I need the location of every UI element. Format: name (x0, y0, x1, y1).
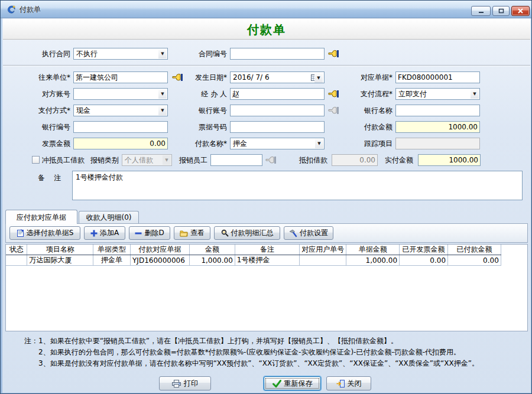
cell-project-name: 万达国际大厦 (27, 255, 93, 266)
minus-icon (135, 230, 142, 237)
cell-amount: 1,000.00 (189, 255, 235, 266)
invoice-amount-input[interactable] (73, 138, 168, 149)
chevron-down-icon: ▼ (158, 106, 167, 115)
maximize-icon (498, 8, 504, 14)
view-button[interactable]: 查看 (174, 226, 210, 240)
select-payment-doc-button[interactable]: 选择付款单据S (9, 226, 80, 240)
col-amount: 金额 (189, 245, 235, 255)
doc-no-input[interactable] (395, 71, 480, 83)
track-project-label: 跟踪项目 (346, 138, 392, 149)
deduct-loan-input (332, 154, 378, 166)
cell-doc-amount: 1,000.00 (346, 255, 400, 266)
save-button[interactable]: 重新保存 (264, 376, 321, 390)
cell-doc-type: 押金单 (93, 255, 131, 266)
plus-icon (90, 230, 98, 237)
pay-flow-combo[interactable]: 立即支付 ▼ (395, 88, 480, 100)
minimize-button[interactable] (471, 6, 491, 16)
hammer-icon (289, 229, 297, 237)
pay-name-combo[interactable]: 押金 ▼ (230, 138, 325, 149)
remark-label: 备 注 (38, 172, 74, 184)
bank-account-input[interactable] (230, 105, 325, 116)
execute-contract-value: 不执行 (76, 50, 98, 58)
print-label: 打印 (184, 379, 198, 389)
date-field[interactable]: 2016/ 7/ 6 ▼ (230, 71, 325, 83)
partner-label: 往来单位* (24, 71, 70, 83)
tab-payable-documents[interactable]: 应付款对应单据 (5, 210, 77, 224)
tab-payee-details[interactable]: 收款人明细(0) (79, 211, 139, 224)
pay-method-combo[interactable]: 现金 ▼ (73, 105, 168, 116)
contract-no-input[interactable] (230, 48, 325, 60)
print-button[interactable]: 打印 (159, 376, 211, 390)
toolbar: 选择付款单据S 添加A 删除D 查看 付款明细汇总 付款设置 (5, 223, 528, 243)
col-pay-doc: 付款对应单据 (131, 245, 190, 255)
bank-name-input[interactable] (395, 105, 480, 116)
partner-input[interactable] (73, 71, 168, 83)
counter-account-combo[interactable]: ▼ (73, 88, 168, 100)
bank-account-picker-hand-icon (327, 105, 340, 116)
payment-window: 付款单 付款单 执行合同 不执行 ▼ 合同编号 往来单位* 发生日期* 2016… (0, 0, 532, 394)
close-icon (518, 8, 523, 14)
close-form-label: 关闭 (348, 379, 362, 389)
bill-no-input[interactable] (230, 121, 325, 133)
pay-method-value: 现金 (76, 106, 90, 115)
pay-method-label: 支付方式* (24, 105, 70, 116)
bill-no-label: 票据号码 (181, 121, 227, 133)
reimburse-staff-input[interactable] (210, 154, 262, 166)
cell-pay-doc: YJD160000006 (131, 255, 190, 266)
table-header-row: 状态 项目名称 单据类型 付款对应单据 金额 备注 对应用户单号 单据金额 已开… (6, 245, 527, 255)
pay-flow-value: 立即支付 (398, 90, 427, 98)
offset-loan-checkbox[interactable] (32, 156, 40, 164)
deduct-loan-label: 抵扣借款 (299, 154, 327, 166)
calendar-icon[interactable]: ▼ (306, 73, 323, 82)
execute-contract-combo[interactable]: 不执行 ▼ (73, 48, 168, 60)
pay-amount-input[interactable] (395, 121, 480, 133)
doc-no-label: 对应单据* (346, 71, 392, 83)
documents-table: 状态 项目名称 单据类型 付款对应单据 金额 备注 对应用户单号 单据金额 已开… (6, 245, 527, 266)
page-title: 付款单 (1, 22, 532, 38)
col-doc-type: 单据类型 (93, 245, 131, 255)
close-button[interactable] (511, 6, 530, 16)
cell-user-doc-no (300, 255, 346, 266)
col-status: 状态 (6, 245, 27, 255)
delete-button[interactable]: 删除D (129, 226, 170, 240)
contract-picker-hand-icon[interactable] (327, 48, 340, 59)
reimburse-type-label: 报销类别 (90, 154, 119, 166)
bank-code-input[interactable] (73, 121, 168, 133)
pay-name-value: 押金 (233, 139, 247, 148)
track-project-input (395, 138, 480, 149)
select-payment-doc-label: 选择付款单据S (27, 228, 74, 238)
close-form-button[interactable]: 关闭 (326, 376, 371, 390)
save-label: 重新保存 (284, 379, 313, 389)
contract-no-label: 合同编号 (181, 48, 227, 60)
actual-amount-input[interactable] (418, 154, 481, 166)
chevron-down-icon: ▼ (158, 89, 167, 99)
handler-picker-hand-icon[interactable] (327, 89, 340, 99)
chevron-down-icon: ▼ (158, 49, 167, 58)
chevron-down-icon: ▼ (471, 89, 479, 99)
maximize-button[interactable] (492, 6, 510, 16)
add-button[interactable]: 添加A (84, 226, 125, 240)
reimburse-staff-picker-hand-icon (264, 155, 277, 165)
actual-amount-label: 实付金额 (385, 154, 413, 166)
counter-account-label: 对方账号 (24, 88, 70, 100)
titlebar: 付款单 (1, 1, 532, 18)
offset-loan-label: 冲抵员工借款 (42, 154, 95, 166)
handler-input[interactable] (230, 88, 325, 100)
reimburse-staff-label: 报销员工 (179, 154, 207, 166)
execute-contract-label: 执行合同 (24, 48, 70, 60)
minimize-icon (478, 8, 484, 14)
table-row[interactable]: 万达国际大厦 押金单 YJD160000006 1,000.00 1号楼押金 1… (6, 255, 527, 266)
col-remark: 备注 (235, 245, 300, 255)
summary-icon (221, 229, 229, 237)
pay-amount-label: 付款金额 (346, 121, 392, 133)
reimburse-type-combo: 个人借款 ▼ (122, 154, 172, 166)
col-doc-amount: 单据金额 (346, 245, 400, 255)
payment-detail-summary-button[interactable]: 付款明细汇总 (214, 226, 280, 240)
note-line-3: 3、如果是付款没有对应付款单据，请在付款名称中写明“XX预付款”、“XX订货款”… (38, 358, 479, 369)
pay-flow-label: 支付流程* (346, 88, 392, 100)
remark-textarea[interactable]: 1号楼押金付款 (72, 171, 523, 200)
invoice-amount-label: 发票金额 (24, 138, 70, 149)
payment-settings-button[interactable]: 付款设置 (284, 226, 333, 240)
cell-paid-amount: 0.00 (448, 255, 501, 266)
col-user-doc-no: 对应用户单号 (300, 245, 346, 255)
